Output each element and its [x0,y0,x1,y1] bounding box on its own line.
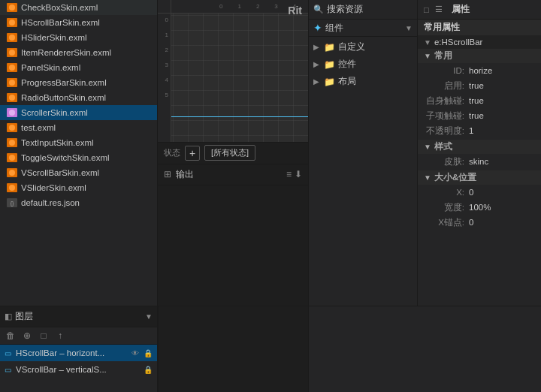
file-item[interactable]: ItemRendererSkin.exml [0,45,157,60]
prop-field-value: skinc [469,157,535,166]
common-fields: ID: horize 启用: true 自身触碰: true 子项触碰: tru… [418,63,541,138]
layer-delete-btn[interactable]: 🗑 [3,329,18,342]
prop-field-value: 0 [469,218,535,227]
prop-field-label: 自身触碰: [424,95,469,107]
prop-field-label: 启用: [424,80,469,92]
assets-dropdown[interactable]: ✦ 组件 ▼ [309,20,417,37]
layer-eye-icon[interactable]: 👁 [131,349,139,357]
guideline-horizontal [171,116,308,117]
layers-collapse-btn[interactable]: ▼ [145,312,153,321]
output-menu-icon[interactable]: ≡ [286,169,292,179]
top-right-label: Rit [288,5,302,17]
assets-section-header[interactable]: ▶ 📁 布局 [309,74,417,89]
expand-arrow-icon: ▶ [313,43,321,51]
file-name: VScrollBarSkin.exml [21,168,99,177]
prop-expand-arrow[interactable]: ▼ [424,38,431,47]
file-item[interactable]: ToggleSwitchSkin.exml [0,150,157,165]
file-icon [6,167,18,178]
prop-field-value: true [469,96,535,105]
file-name: ItemRendererSkin.exml [21,48,111,57]
file-item[interactable]: CheckBoxSkin.exml [0,0,157,15]
file-name: VSliderSkin.exml [21,183,86,192]
file-name: ToggleSwitchSkin.exml [21,153,110,162]
prop-header-icon2: ☰ [435,5,443,14]
state-add-button[interactable]: + [185,146,200,161]
bottom-right-panels [308,306,541,392]
expand-arrow-icon: ▶ [313,77,321,86]
prop-row: 皮肤: skinc [418,154,541,169]
layer-item[interactable]: ▭ VScrollBar – verticalS... 🔒 [0,361,157,378]
layers-toolbar: 🗑 ⊕ □ ↑ [0,327,157,345]
prop-size-arrow[interactable]: ▼ [424,173,431,182]
file-item[interactable]: {}default.res.json [0,195,157,210]
assets-panel: 🔍 搜索资源 ✦ 组件 ▼ ▶ 📁 自定义 ▶ 📁 控件 ▶ 📁 布局 [308,0,417,306]
file-name: PanelSkin.exml [21,63,80,72]
file-item[interactable]: HSliderSkin.exml [0,30,157,45]
file-item[interactable]: VSliderSkin.exml [0,180,157,195]
folder-icon: 📁 [324,59,335,70]
assets-section: ▶ 📁 自定义 [309,38,417,56]
file-item[interactable]: RadioButtonSkin.exml [0,90,157,105]
file-icon [6,47,18,58]
file-item[interactable]: VScrollBarSkin.exml [0,165,157,180]
ruler-left: 0 1 2 3 4 5 [158,0,171,142]
file-item[interactable]: TextInputSkin.exml [0,135,157,150]
prop-row: 自身触碰: true [418,93,541,108]
layer-item-label: VScrollBar – verticalS... [16,365,141,374]
assets-section-header[interactable]: ▶ 📁 控件 [309,57,417,71]
file-icon [6,92,18,103]
assets-dropdown-arrow: ▼ [405,24,413,32]
all-states-button[interactable]: [所有状态] [204,145,255,161]
file-icon [6,77,18,88]
assets-section-header[interactable]: ▶ 📁 自定义 [309,40,417,54]
canvas-container[interactable]: 0 1 2 3 4 5 0 1 2 3 4 5 [158,0,308,142]
size-fields: X: 0 宽度: 100% X锚点: 0 [418,185,541,230]
file-icon [6,32,18,43]
prop-section-size: ▼ 大小&位置 [418,170,541,185]
prop-section-style: ▼ 样式 [418,140,541,154]
file-name: RadioButtonSkin.exml [21,93,106,102]
prop-common-header: 常用属性 [418,20,541,35]
file-icon [6,182,18,193]
folder-icon: 📁 [324,42,335,53]
assets-section: ▶ 📁 控件 [309,56,417,73]
prop-row: 启用: true [418,78,541,93]
file-item[interactable]: HScrollBarSkin.exml [0,15,157,30]
file-name: default.res.json [21,198,80,207]
state-bar: 状态 + [所有状态] [158,142,308,164]
bottom-right-area [158,306,308,392]
assets-tree: ▶ 📁 自定义 ▶ 📁 控件 ▶ 📁 布局 [309,37,417,306]
file-item[interactable]: test.exml [0,120,157,135]
layer-move-btn[interactable]: ↑ [53,329,68,342]
layers-header: ◧ 图层 ▼ [0,306,157,327]
prop-field-value: 1 [469,126,535,135]
output-down-icon[interactable]: ⬇ [295,169,302,179]
prop-style-arrow[interactable]: ▼ [424,143,431,151]
prop-common-arrow[interactable]: ▼ [424,52,431,60]
prop-field-value: true [469,111,535,120]
file-name: CheckBoxSkin.exml [21,3,98,12]
file-icon [6,137,18,148]
layer-item[interactable]: ▭ HScrollBar – horizont... 👁 🔒 [0,345,157,361]
prop-component-section: ▼ e:HScrollBar [418,35,541,49]
output-panel: ⊞ 输出 ≡ ⬇ [158,164,308,306]
prop-field-label: ID: [424,66,469,75]
prop-field-label: 子项触碰: [424,110,469,122]
bottom-section: ◧ 图层 ▼ 🗑 ⊕ □ ↑ ▭ HScrollBar – horizont..… [0,306,541,392]
layer-add-btn[interactable]: ⊕ [20,329,35,342]
file-name: test.exml [21,123,56,132]
layer-copy-btn[interactable]: □ [36,329,51,342]
file-item[interactable]: ProgressBarSkin.exml [0,75,157,90]
prop-field-value: 100% [469,203,535,212]
file-name: HSliderSkin.exml [21,33,87,42]
layer-type-icon: ▭ [5,349,11,357]
prop-row: X: 0 [418,185,541,200]
assets-search-bar: 🔍 搜索资源 [309,0,417,20]
file-name: HScrollBarSkin.exml [21,18,100,27]
file-icon [6,107,18,118]
prop-header-title: 属性 [452,3,470,16]
file-item[interactable]: PanelSkin.exml [0,60,157,75]
file-name: ScrollerSkin.exml [21,108,88,117]
file-item[interactable]: ScrollerSkin.exml [0,105,157,120]
layer-lock-icon: 🔒 [144,366,153,374]
